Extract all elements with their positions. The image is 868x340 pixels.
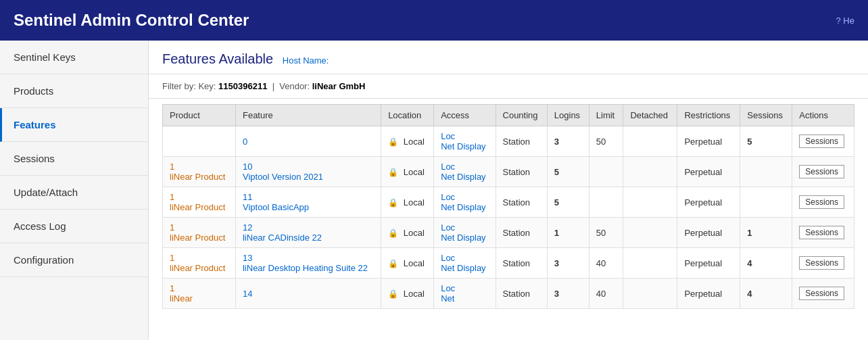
cell-product: 1liNear Product — [163, 187, 236, 218]
sessions-button[interactable]: Sessions — [799, 135, 844, 148]
cell-actions: Sessions — [792, 157, 854, 187]
cell-limit: 40 — [589, 248, 623, 278]
feature-num-link[interactable]: 13 — [243, 253, 252, 263]
cell-detached — [623, 278, 677, 309]
cell-counting: Station — [496, 248, 547, 278]
cell-feature: 11 Viptool BasicApp — [235, 187, 381, 218]
cell-product: 1liNear Product — [163, 157, 236, 187]
cell-location: 🔒 Local — [381, 248, 434, 278]
cell-sessions: 4 — [740, 278, 792, 309]
cell-counting: Station — [496, 218, 547, 248]
cell-logins: 3 — [547, 248, 589, 278]
cell-limit: 40 — [589, 278, 623, 309]
feature-name-link[interactable]: liNear CADinside 22 — [243, 233, 322, 243]
access-value: LocNet Display — [441, 222, 485, 243]
cell-actions: Sessions — [792, 218, 854, 248]
col-actions: Actions — [792, 105, 854, 126]
app-title: Sentinel Admin Control Center — [14, 11, 249, 30]
cell-location: 🔒 Local — [381, 278, 434, 309]
cell-access: LocNet Display — [434, 187, 496, 218]
cell-feature: 13 liNear Desktop Heating Suite 22 — [235, 248, 381, 278]
cell-location: 🔒 Local — [381, 187, 434, 218]
cell-logins: 3 — [547, 126, 589, 157]
cell-sessions — [740, 187, 792, 218]
cell-detached — [623, 248, 677, 278]
lock-icon: 🔒 — [388, 137, 398, 147]
cell-sessions — [740, 157, 792, 187]
sidebar-item-products[interactable]: Products — [0, 74, 148, 108]
filter-key-value: 1150396211 — [218, 81, 267, 91]
cell-location: 🔒 Local — [381, 218, 434, 248]
feature-name-link[interactable]: liNear Desktop Heating Suite 22 — [243, 263, 368, 273]
table-row: 1liNear Product 12 liNear CADinside 22 🔒… — [163, 218, 854, 248]
feature-num-link[interactable]: 14 — [243, 289, 252, 299]
feature-num-link[interactable]: 11 — [243, 192, 252, 202]
sidebar: Sentinel Keys Products Features Sessions… — [0, 41, 149, 340]
host-name-label: Host Name: — [283, 55, 329, 66]
col-logins: Logins — [547, 105, 589, 126]
lock-icon: 🔒 — [388, 168, 398, 177]
product-link[interactable]: 1liNear Product — [170, 253, 225, 273]
cell-feature: 14 — [235, 278, 381, 309]
cell-logins: 5 — [547, 187, 589, 218]
col-location: Location — [381, 105, 434, 126]
cell-feature: 0 — [235, 126, 381, 157]
sidebar-item-configuration[interactable]: Configuration — [0, 243, 148, 277]
col-restrictions: Restrictions — [677, 105, 740, 126]
sessions-button[interactable]: Sessions — [799, 195, 844, 209]
col-limit: Limit — [589, 105, 623, 126]
main-content: Features Available Host Name: Filter by:… — [149, 41, 868, 340]
sidebar-item-sentinel-keys[interactable]: Sentinel Keys — [0, 41, 148, 74]
cell-actions: Sessions — [792, 126, 854, 157]
cell-limit — [589, 187, 623, 218]
sidebar-item-update-attach[interactable]: Update/Attach — [0, 176, 148, 210]
sidebar-item-sessions[interactable]: Sessions — [0, 142, 148, 176]
product-link[interactable]: 1liNear — [170, 283, 193, 303]
sidebar-item-access-log[interactable]: Access Log — [0, 210, 148, 243]
lock-icon: 🔒 — [388, 289, 398, 299]
cell-counting: Station — [496, 187, 547, 218]
product-link[interactable]: 1liNear Product — [170, 162, 225, 182]
feature-num-link[interactable]: 0 — [243, 137, 247, 147]
cell-product: 1liNear Product — [163, 248, 236, 278]
table-row: 1liNear 14 🔒 Local LocNet Station 3 40 P… — [163, 278, 854, 309]
sessions-button[interactable]: Sessions — [799, 226, 844, 239]
page-title: Features Available — [162, 51, 273, 66]
cell-access: LocNet Display — [434, 218, 496, 248]
help-link[interactable]: ? He — [836, 16, 854, 26]
sidebar-item-features[interactable]: Features — [0, 108, 148, 142]
feature-num-link[interactable]: 10 — [243, 162, 252, 172]
cell-logins: 3 — [547, 278, 589, 309]
col-feature: Feature — [235, 105, 381, 126]
access-value: LocNet Display — [441, 131, 485, 151]
col-detached: Detached — [623, 105, 677, 126]
cell-detached — [623, 187, 677, 218]
cell-feature: 12 liNear CADinside 22 — [235, 218, 381, 248]
table-header-row: Product Feature Location Access Counting… — [163, 105, 854, 126]
sessions-button[interactable]: Sessions — [799, 165, 844, 178]
product-link[interactable]: 1liNear Product — [170, 192, 225, 212]
cell-product — [163, 126, 236, 157]
access-value: LocNet Display — [441, 253, 485, 273]
cell-limit: 50 — [589, 126, 623, 157]
table-wrapper: Product Feature Location Access Counting… — [149, 104, 868, 309]
lock-icon: 🔒 — [388, 259, 398, 268]
cell-restrictions: Perpetual — [677, 157, 740, 187]
cell-actions: Sessions — [792, 278, 854, 309]
cell-limit: 50 — [589, 218, 623, 248]
product-link[interactable]: 1liNear Product — [170, 222, 225, 243]
table-row: 0 🔒 Local LocNet Display Station 3 50 Pe… — [163, 126, 854, 157]
app-header: Sentinel Admin Control Center ? He — [0, 0, 868, 41]
filter-bar: Filter by: Key: 1150396211 | Vendor: liN… — [149, 74, 868, 99]
feature-name-link[interactable]: Viptool BasicApp — [243, 202, 309, 212]
filter-vendor-value: liNear GmbH — [312, 81, 366, 91]
sessions-button[interactable]: Sessions — [799, 287, 844, 300]
cell-location: 🔒 Local — [381, 126, 434, 157]
access-value: LocNet Display — [441, 162, 485, 182]
sessions-button[interactable]: Sessions — [799, 256, 844, 270]
cell-sessions: 5 — [740, 126, 792, 157]
filter-vendor-label: Vendor: — [279, 81, 310, 91]
feature-num-link[interactable]: 12 — [243, 222, 252, 233]
feature-name-link[interactable]: Viptool Version 2021 — [243, 172, 323, 182]
cell-restrictions: Perpetual — [677, 126, 740, 157]
